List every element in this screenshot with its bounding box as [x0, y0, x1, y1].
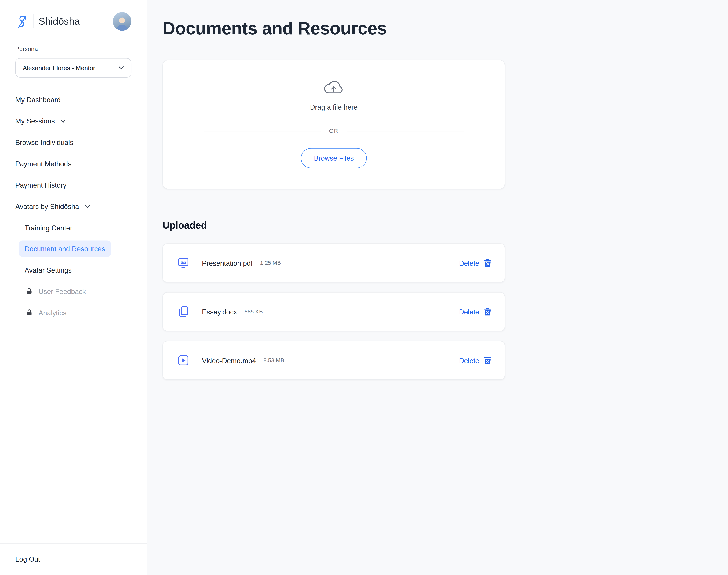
- sidebar-item-label: User Feedback: [38, 287, 86, 295]
- delete-label: Delete: [459, 259, 479, 267]
- sidebar-item-label: Payment Methods: [15, 160, 71, 167]
- sidebar-item-browse-individuals[interactable]: Browse Individuals: [0, 131, 147, 153]
- persona-select-value: Alexander Flores - Mentor: [23, 64, 95, 71]
- sidebar-item-training-center[interactable]: Training Center: [0, 217, 147, 238]
- or-divider: OR: [204, 128, 464, 134]
- sidebar-item-label-active: Document and Resources: [19, 241, 111, 257]
- file-name: Presentation.pdf: [202, 259, 253, 267]
- file-size: 8.53 MB: [264, 357, 284, 364]
- cloud-upload-icon: [323, 78, 345, 96]
- sidebar-item-label: Avatar Settings: [25, 266, 72, 274]
- avatar-person-icon: [114, 15, 130, 31]
- file-row-essay-docx: Essay.docx 585 KB Delete: [163, 292, 505, 331]
- sidebar-item-analytics: Analytics: [0, 302, 147, 323]
- sidebar-item-avatars-by-shidosha[interactable]: Avatars by Shidōsha: [0, 196, 147, 217]
- delete-file-button[interactable]: Delete: [459, 307, 492, 316]
- sidebar-item-payment-history[interactable]: Payment History: [0, 174, 147, 196]
- sidebar-header: Shidōsha: [0, 0, 147, 31]
- persona-select[interactable]: Alexander Flores - Mentor: [15, 58, 131, 77]
- chevron-down-icon: [84, 205, 90, 209]
- sidebar-nav: My Dashboard My Sessions Browse Individu…: [0, 89, 147, 323]
- file-size: 585 KB: [245, 308, 263, 315]
- brand: Shidōsha: [15, 13, 80, 30]
- svg-text:PDF: PDF: [181, 261, 186, 263]
- page-title: Documents and Resources: [163, 19, 728, 38]
- trash-icon: [484, 356, 492, 365]
- file-row-video-demo-mp4: Video-Demo.mp4 8.53 MB Delete: [163, 341, 505, 380]
- delete-label: Delete: [459, 357, 479, 365]
- sidebar: Shidōsha Persona Alexander Flores - Ment…: [0, 0, 147, 575]
- logout-button[interactable]: Log Out: [15, 555, 131, 563]
- sidebar-item-label: My Sessions: [15, 117, 55, 125]
- divider-line: [204, 131, 321, 131]
- sidebar-item-label: Payment History: [15, 181, 67, 189]
- file-row-presentation-pdf: PDF Presentation.pdf 1.25 MB Delete: [163, 243, 505, 282]
- app-root: Shidōsha Persona Alexander Flores - Ment…: [0, 0, 728, 575]
- sidebar-item-label: Browse Individuals: [15, 138, 73, 146]
- trash-icon: [484, 307, 492, 316]
- chevron-down-icon: [60, 119, 66, 123]
- sidebar-item-label: Avatars by Shidōsha: [15, 202, 79, 210]
- browse-files-button[interactable]: Browse Files: [301, 148, 367, 168]
- brand-name: Shidōsha: [38, 16, 80, 27]
- sidebar-item-label: Training Center: [25, 224, 72, 232]
- chevron-down-icon: [118, 66, 124, 70]
- file-size: 1.25 MB: [260, 260, 281, 266]
- upload-dropzone[interactable]: Drag a file here OR Browse Files: [163, 60, 505, 189]
- main-content: Documents and Resources Drag a file here…: [147, 0, 728, 575]
- uploaded-heading: Uploaded: [163, 219, 728, 231]
- pdf-file-icon: PDF: [177, 257, 190, 269]
- trash-icon: [484, 259, 492, 267]
- delete-file-button[interactable]: Delete: [459, 356, 492, 365]
- sidebar-footer: Log Out: [0, 543, 147, 575]
- delete-file-button[interactable]: Delete: [459, 259, 492, 267]
- sidebar-item-avatar-settings[interactable]: Avatar Settings: [0, 259, 147, 281]
- sidebar-item-label: My Dashboard: [15, 95, 61, 103]
- sidebar-item-my-sessions[interactable]: My Sessions: [0, 110, 147, 131]
- sidebar-item-payment-methods[interactable]: Payment Methods: [0, 153, 147, 174]
- sidebar-item-label: Analytics: [38, 309, 66, 316]
- sidebar-item-document-and-resources[interactable]: Document and Resources: [0, 238, 147, 259]
- drag-file-text: Drag a file here: [310, 103, 357, 111]
- video-file-icon: [177, 354, 190, 367]
- file-name: Video-Demo.mp4: [202, 357, 256, 365]
- persona-label: Persona: [15, 45, 147, 53]
- doc-file-icon: [177, 305, 190, 318]
- sidebar-item-my-dashboard[interactable]: My Dashboard: [0, 89, 147, 110]
- or-label: OR: [329, 128, 338, 134]
- sidebar-item-user-feedback: User Feedback: [0, 280, 147, 302]
- lock-icon: [26, 309, 33, 316]
- brand-divider: [33, 14, 33, 28]
- lock-icon: [26, 288, 33, 295]
- file-name: Essay.docx: [202, 308, 237, 315]
- avatar[interactable]: [113, 12, 131, 31]
- divider-line: [347, 131, 464, 131]
- delete-label: Delete: [459, 308, 479, 315]
- brand-logo-icon: [15, 13, 28, 30]
